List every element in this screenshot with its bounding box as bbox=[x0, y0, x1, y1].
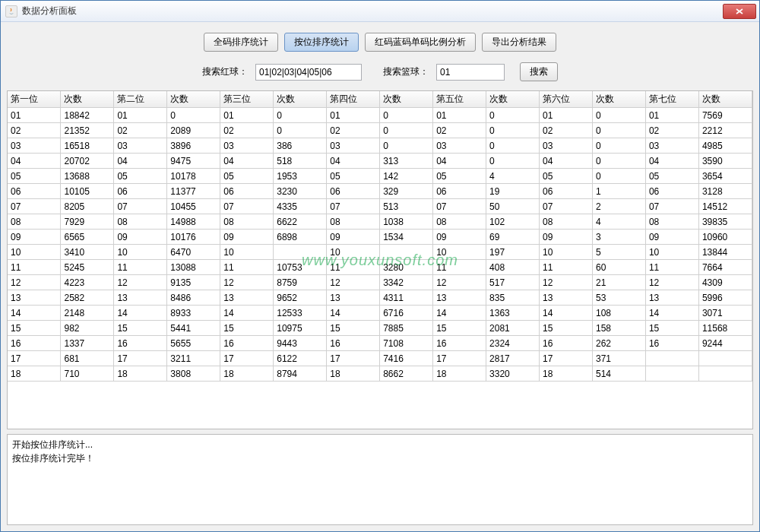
column-header[interactable]: 次数 bbox=[486, 91, 540, 108]
table-cell: 10960 bbox=[698, 230, 752, 245]
table-cell: 386 bbox=[274, 138, 327, 154]
table-cell: 21 bbox=[592, 275, 645, 290]
table-cell: 03 bbox=[645, 138, 698, 154]
table-cell: 14 bbox=[645, 306, 698, 321]
table-cell bbox=[274, 245, 327, 260]
data-table-container: 第一位次数第二位次数第三位次数第四位次数第五位次数第六位次数第七位次数 0118… bbox=[7, 90, 753, 429]
table-row[interactable]: 07820507104550743350751307500720714512 bbox=[8, 199, 752, 214]
table-cell: 12 bbox=[433, 275, 486, 290]
table-cell: 710 bbox=[61, 366, 114, 382]
column-header[interactable]: 第二位 bbox=[114, 91, 167, 108]
table-cell: 158 bbox=[592, 321, 645, 336]
table-row[interactable]: 1768117321117612217741617281717371 bbox=[8, 351, 752, 366]
table-cell: 2817 bbox=[486, 351, 540, 366]
table-cell: 09 bbox=[327, 230, 380, 245]
table-row[interactable]: 0513688051017805195305142054050053654 bbox=[8, 169, 752, 184]
table-cell: 1337 bbox=[61, 336, 114, 351]
table-cell: 12 bbox=[540, 275, 593, 290]
column-header[interactable]: 第一位 bbox=[8, 91, 61, 108]
table-cell: 9244 bbox=[698, 336, 752, 351]
table-row[interactable]: 04207020494750451804313040040043590 bbox=[8, 154, 752, 169]
table-cell: 262 bbox=[592, 336, 645, 351]
table-cell: 4311 bbox=[380, 290, 433, 306]
table-cell: 2212 bbox=[698, 123, 752, 138]
table-cell: 514 bbox=[592, 366, 645, 382]
column-header[interactable]: 次数 bbox=[167, 91, 220, 108]
column-header[interactable]: 次数 bbox=[61, 91, 114, 108]
column-header[interactable]: 第七位 bbox=[645, 91, 698, 108]
table-cell: 11568 bbox=[698, 321, 752, 336]
table-cell bbox=[698, 351, 752, 366]
table-row[interactable]: 1421481489331412533146716141363141081430… bbox=[8, 306, 752, 321]
column-header[interactable]: 第四位 bbox=[327, 91, 380, 108]
table-cell: 39835 bbox=[698, 214, 752, 230]
table-cell: 11 bbox=[114, 260, 167, 275]
column-header[interactable]: 次数 bbox=[592, 91, 645, 108]
table-row[interactable]: 1598215544115109751578851520811515815115… bbox=[8, 321, 752, 336]
table-cell bbox=[645, 351, 698, 366]
table-cell: 0 bbox=[592, 169, 645, 184]
by-position-stat-button[interactable]: 按位排序统计 bbox=[284, 33, 359, 52]
column-header[interactable]: 第三位 bbox=[220, 91, 274, 108]
table-row[interactable]: 1152451113088111075311328011408116011766… bbox=[8, 260, 752, 275]
all-code-stat-button[interactable]: 全码排序统计 bbox=[204, 33, 278, 52]
table-row[interactable]: 1871018380818879418866218332018514 bbox=[8, 366, 752, 382]
table-row[interactable]: 124223129135128759123342125171221124309 bbox=[8, 275, 752, 290]
table-row[interactable]: 031651803389603386030030030034985 bbox=[8, 138, 752, 154]
table-cell: 09 bbox=[433, 230, 486, 245]
table-cell: 04 bbox=[220, 154, 274, 169]
table-row[interactable]: 06101050611377063230063290619061063128 bbox=[8, 184, 752, 199]
table-scroll[interactable]: 第一位次数第二位次数第三位次数第四位次数第五位次数第六位次数第七位次数 0118… bbox=[8, 91, 752, 429]
table-row[interactable]: 132582138486139652134311138351353135996 bbox=[8, 290, 752, 306]
table-cell: 5655 bbox=[167, 336, 220, 351]
table-cell: 2081 bbox=[486, 321, 540, 336]
table-cell: 3071 bbox=[698, 306, 752, 321]
table-cell: 13088 bbox=[167, 260, 220, 275]
table-row[interactable]: 0879290814988086622081038081020840839835 bbox=[8, 214, 752, 230]
ratio-analysis-button[interactable]: 红码蓝码单码比例分析 bbox=[365, 33, 476, 52]
table-cell: 1953 bbox=[274, 169, 327, 184]
table-cell: 3410 bbox=[61, 245, 114, 260]
table-cell: 13 bbox=[220, 290, 274, 306]
table-cell: 6622 bbox=[274, 214, 327, 230]
table-cell: 15 bbox=[327, 321, 380, 336]
table-cell: 69 bbox=[486, 230, 540, 245]
column-header[interactable]: 第五位 bbox=[433, 91, 486, 108]
column-header[interactable]: 第六位 bbox=[540, 91, 593, 108]
table-cell: 08 bbox=[8, 214, 61, 230]
table-cell: 5996 bbox=[698, 290, 752, 306]
table-cell: 982 bbox=[61, 321, 114, 336]
table-cell: 10455 bbox=[167, 199, 220, 214]
column-header[interactable]: 次数 bbox=[380, 91, 433, 108]
table-cell: 09 bbox=[114, 230, 167, 245]
table-cell: 12 bbox=[327, 275, 380, 290]
table-cell: 0 bbox=[592, 138, 645, 154]
close-button[interactable] bbox=[723, 4, 756, 19]
table-cell: 5245 bbox=[61, 260, 114, 275]
table-cell: 4985 bbox=[698, 138, 752, 154]
table-cell: 08 bbox=[540, 214, 593, 230]
table-cell: 6565 bbox=[61, 230, 114, 245]
table-cell: 11 bbox=[540, 260, 593, 275]
table-cell: 0 bbox=[486, 138, 540, 154]
table-cell: 02 bbox=[433, 123, 486, 138]
table-row[interactable]: 1613371656551694431671081623241626216924… bbox=[8, 336, 752, 351]
column-header[interactable]: 次数 bbox=[698, 91, 752, 108]
search-red-input[interactable] bbox=[255, 64, 362, 81]
table-row[interactable]: 0118842010010010010010017569 bbox=[8, 108, 752, 123]
table-cell bbox=[380, 245, 433, 260]
log-output: 开始按位排序统计... 按位排序统计完毕！ bbox=[7, 434, 753, 525]
table-row[interactable]: 0221352022089020020020020022212 bbox=[8, 123, 752, 138]
table-cell bbox=[645, 366, 698, 382]
search-button[interactable]: 搜索 bbox=[520, 62, 558, 81]
table-cell: 835 bbox=[486, 290, 540, 306]
export-result-button[interactable]: 导出分析结果 bbox=[482, 33, 556, 52]
table-cell: 3 bbox=[592, 230, 645, 245]
table-cell: 09 bbox=[8, 230, 61, 245]
column-header[interactable]: 次数 bbox=[274, 91, 327, 108]
table-row[interactable]: 1034101064701010101971051013844 bbox=[8, 245, 752, 260]
table-cell: 8662 bbox=[380, 366, 433, 382]
table-cell: 10 bbox=[114, 245, 167, 260]
table-row[interactable]: 096565091017609689809153409690930910960 bbox=[8, 230, 752, 245]
search-blue-input[interactable] bbox=[436, 64, 505, 81]
